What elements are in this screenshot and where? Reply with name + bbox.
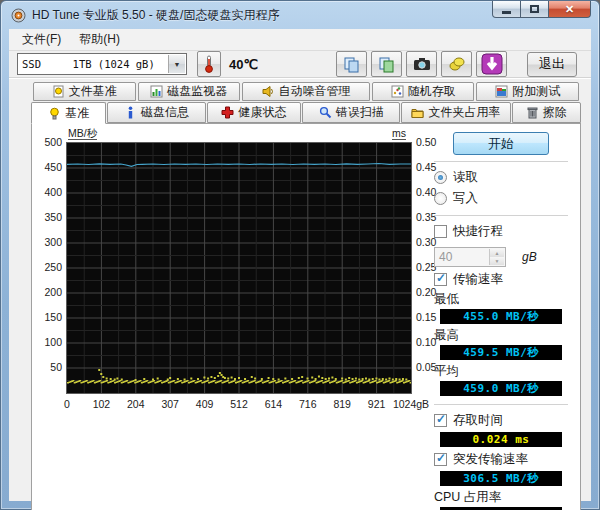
read-radio-row[interactable]: 读取	[434, 169, 568, 186]
copy-button[interactable]	[336, 51, 367, 77]
tab-extra-tests[interactable]: 附加测试	[476, 82, 579, 101]
left-axis-tick: 400	[32, 186, 62, 198]
burst-rate-label: 突发传输速率	[453, 451, 528, 468]
tab-auto-acoustic[interactable]: 自动噪音管理	[242, 82, 370, 101]
spin-up-icon[interactable]: ▲	[490, 249, 504, 257]
speaker-icon	[262, 85, 275, 98]
tab-disk-monitor[interactable]: 磁盘监视器	[138, 82, 241, 101]
tab-error-scan[interactable]: 错误扫描	[302, 102, 400, 123]
avg-label: 平均	[434, 363, 568, 380]
left-axis-tick: 50	[32, 361, 62, 373]
transfer-rate-row[interactable]: 传输速率	[434, 271, 568, 288]
tab-disk-info[interactable]: 磁盘信息	[107, 102, 205, 123]
short-stroke-checkbox[interactable]	[434, 225, 447, 238]
side-panel: 开始 读取 写入 快捷行程	[424, 124, 580, 510]
left-axis-title: MB/秒	[68, 127, 97, 140]
menu-bar: 文件(F) 帮助(H)	[9, 29, 591, 51]
write-radio[interactable]	[434, 192, 447, 205]
x-axis-tick: 307	[161, 398, 179, 410]
right-axis-tick: 0.15	[416, 311, 446, 323]
menu-file[interactable]: 文件(F)	[13, 28, 70, 51]
client-area: 文件(F) 帮助(H) SSD 1TB (1024 gB) ▼ 40℃	[9, 29, 591, 501]
access-time-label: 存取时间	[453, 412, 503, 429]
chart-area: MB/秒 ms 500450400350300250200150100500.5…	[32, 124, 424, 510]
minimize-button[interactable]	[492, 1, 521, 18]
toolbar-icon-group	[336, 51, 511, 77]
maximize-icon	[530, 5, 539, 13]
right-axis-tick: 0.50	[416, 136, 446, 148]
exit-button[interactable]: 退出	[527, 52, 577, 77]
burst-rate-row[interactable]: 突发传输速率	[434, 451, 568, 468]
tab-label: 自动噪音管理	[279, 83, 351, 100]
write-label: 写入	[453, 190, 478, 207]
tab-label: 磁盘信息	[141, 104, 189, 121]
magnifier-icon	[319, 106, 332, 119]
spinner-arrows[interactable]: ▲▼	[489, 249, 504, 265]
write-radio-row[interactable]: 写入	[434, 190, 568, 207]
transfer-rate-label: 传输速率	[453, 271, 503, 288]
close-icon: ✕	[565, 3, 574, 16]
drive-select-dropdown[interactable]: SSD 1TB (1024 gB) ▼	[17, 53, 187, 75]
download-arrow-icon	[481, 53, 503, 75]
short-stroke-size-input[interactable]: 40 ▲▼	[434, 247, 506, 267]
x-axis-tick: 819	[333, 398, 351, 410]
tab-health[interactable]: 健康状态	[207, 102, 301, 123]
left-axis-tick: 300	[32, 236, 62, 248]
min-value: 455.0 MB/秒	[440, 309, 562, 324]
menu-help[interactable]: 帮助(H)	[70, 28, 129, 51]
tab-file-benchmark[interactable]: 文件基准	[33, 82, 136, 101]
lamp-icon	[48, 107, 61, 120]
start-label: 开始	[488, 135, 514, 153]
divider	[434, 215, 568, 216]
tab-benchmark[interactable]: 基准	[31, 102, 106, 124]
burst-rate-checkbox[interactable]	[434, 453, 447, 466]
short-stroke-unit: gB	[522, 250, 537, 264]
left-axis-tick: 450	[32, 161, 62, 173]
x-axis-tick: 716	[299, 398, 317, 410]
update-button[interactable]	[476, 51, 507, 77]
access-time-checkbox[interactable]	[434, 414, 447, 427]
camera-icon	[413, 57, 431, 71]
short-stroke-size-row: 40 ▲▼ gB	[434, 247, 568, 267]
tab-label: 文件基准	[69, 83, 117, 100]
short-stroke-label: 快捷行程	[453, 223, 503, 240]
save-screenshot-button[interactable]	[371, 51, 402, 77]
title-bar: HD Tune 专业版 5.50 - 硬盘/固态硬盘实用程序 ✕	[1, 1, 599, 29]
tab-erase[interactable]: 擦除	[512, 102, 582, 123]
start-button[interactable]: 开始	[453, 132, 549, 155]
x-axis-tick: 0	[64, 398, 70, 410]
camera-button[interactable]	[406, 51, 437, 77]
chevron-down-icon: ▼	[168, 55, 185, 73]
x-axis-tick: 614	[265, 398, 283, 410]
x-axis-tick: 1024gB	[393, 398, 429, 410]
benchmark-plot	[67, 143, 411, 393]
temperature-button[interactable]	[197, 51, 221, 77]
short-stroke-size-value: 40	[439, 250, 452, 264]
spin-down-icon[interactable]: ▼	[490, 257, 504, 265]
left-axis-tick: 150	[32, 311, 62, 323]
folder-icon	[411, 106, 424, 119]
close-button[interactable]: ✕	[549, 1, 591, 18]
options-button[interactable]	[441, 51, 472, 77]
left-axis-tick: 100	[32, 336, 62, 348]
benchmark-plot-frame	[66, 142, 412, 394]
window-frame: HD Tune 专业版 5.50 - 硬盘/固态硬盘实用程序 ✕ 文件(F) 帮…	[0, 0, 600, 510]
tab-label: 文件夹占用率	[428, 104, 500, 121]
divider	[434, 404, 568, 405]
tab-label: 健康状态	[238, 104, 286, 121]
short-stroke-row[interactable]: 快捷行程	[434, 223, 568, 240]
copy-icon	[343, 56, 360, 73]
burst-rate-value: 306.5 MB/秒	[440, 471, 562, 486]
top-tab-row: 文件基准 磁盘监视器 自动噪音管理 随机存取 附加测试	[31, 82, 581, 101]
transfer-rate-checkbox[interactable]	[434, 273, 447, 286]
avg-value: 459.0 MB/秒	[440, 381, 562, 396]
x-axis-tick: 102	[93, 398, 111, 410]
right-axis-tick: 0.05	[416, 361, 446, 373]
read-radio[interactable]	[434, 171, 447, 184]
bottom-tab-row: 基准 磁盘信息 健康状态 错误扫描 文件夹占用率	[31, 102, 581, 123]
maximize-button[interactable]	[521, 1, 549, 18]
access-time-row[interactable]: 存取时间	[434, 412, 568, 429]
right-axis-tick: 0.10	[416, 336, 446, 348]
tab-folder-usage[interactable]: 文件夹占用率	[401, 102, 510, 123]
tab-random-access[interactable]: 随机存取	[372, 82, 475, 101]
